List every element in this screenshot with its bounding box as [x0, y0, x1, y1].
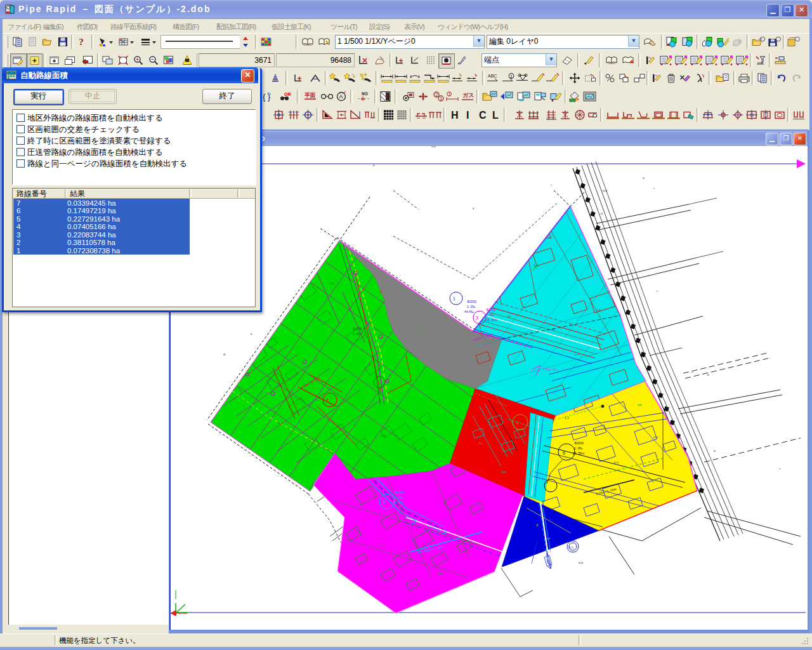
svg-text:u,u: u,u [614, 460, 619, 464]
svg-text:81. 5‰: 81. 5‰ [393, 501, 403, 505]
svg-text:3: 3 [476, 315, 478, 320]
svg-text:2. 0‰: 2. 0‰ [395, 496, 403, 500]
svg-text:C: C [479, 110, 487, 121]
svg-text:": " [653, 187, 655, 191]
svg-text:v: v [251, 332, 252, 336]
svg-text:A: A [339, 93, 343, 100]
svg-text:u,u: u,u [653, 435, 658, 439]
svg-text:1: 1 [453, 296, 455, 301]
svg-text:u: u [601, 211, 603, 215]
svg-text:1: 1 [510, 74, 513, 79]
svg-text:2. 0‰: 2. 0‰ [486, 313, 494, 317]
svg-text:5: 5 [383, 500, 386, 504]
svg-text:u,u: u,u [381, 434, 385, 437]
svg-text:4 5: 4 5 [479, 442, 483, 445]
svg-text:v: v [473, 206, 475, 210]
svg-text:Φ200: Φ200 [574, 441, 584, 445]
svg-text:5.0‰1. 0m: 5.0‰1. 0m [543, 368, 557, 371]
svg-text:1: 1 [449, 92, 451, 96]
svg-text:": " [657, 290, 658, 294]
svg-text:28. 65m: 28. 65m [486, 318, 497, 322]
svg-text:25. 56m: 25. 56m [573, 451, 584, 455]
svg-text:u: u [714, 449, 716, 453]
svg-text:Φ200: Φ200 [353, 327, 362, 331]
svg-text:": " [779, 468, 780, 472]
svg-text:u: u [643, 176, 645, 180]
svg-text:N.11: N.11 [568, 546, 574, 549]
svg-text:": " [551, 184, 552, 188]
svg-text:u: u [707, 373, 709, 376]
svg-text:ABC: ABC [488, 74, 497, 78]
svg-text:L: L [492, 110, 499, 121]
svg-text:2: 2 [326, 398, 329, 402]
svg-text:I: I [466, 110, 469, 121]
svg-text:u,u: u,u [579, 560, 583, 564]
svg-text:uu: uu [381, 543, 384, 547]
svg-text:NO: NO [362, 91, 368, 96]
svg-text:LLLL: LLLL [574, 353, 580, 356]
svg-text:?: ? [79, 37, 84, 47]
svg-text:2: 2 [435, 92, 438, 98]
svg-text:2. 0‰: 2. 0‰ [467, 305, 475, 308]
svg-text:Φ200: Φ200 [467, 300, 476, 303]
svg-text:u,u: u,u [431, 146, 436, 148]
svg-text:u,u: u,u [596, 308, 601, 312]
svg-text:2. 0‰: 2. 0‰ [353, 332, 361, 336]
svg-text:ML: ML [552, 328, 556, 331]
svg-text:Φ200: Φ200 [395, 491, 404, 494]
svg-text:u,u: u,u [278, 421, 282, 425]
svg-text:B<: B< [419, 327, 424, 331]
svg-text:Φ200: Φ200 [486, 308, 495, 312]
svg-text:u,u: u,u [603, 189, 607, 192]
svg-text:": " [691, 371, 693, 375]
svg-text:u,u: u,u [227, 370, 232, 374]
svg-text:uu: uu [508, 314, 511, 318]
svg-text:111-11: 111-11 [259, 317, 268, 321]
svg-text:u,u: u,u [355, 530, 360, 534]
svg-text:u,u: u,u [330, 281, 334, 285]
svg-text:A: A [630, 59, 634, 65]
svg-text:AA: AA [638, 403, 642, 407]
svg-text:H: H [451, 110, 459, 121]
svg-text:ガス: ガス [462, 92, 474, 98]
svg-text:o: o [223, 352, 226, 356]
svg-text:6 7: 6 7 [547, 537, 551, 540]
svg-text:平面: 平面 [304, 92, 316, 98]
svg-text:2. 0‰: 2. 0‰ [574, 446, 582, 450]
svg-text:1: 1 [440, 96, 443, 102]
svg-text:OR: OR [284, 92, 291, 96]
svg-text:6: 6 [563, 451, 565, 455]
svg-text:u,u: u,u [438, 571, 442, 575]
svg-text:u,u: u,u [501, 470, 506, 474]
svg-text:44.4‰: 44.4‰ [464, 310, 474, 314]
